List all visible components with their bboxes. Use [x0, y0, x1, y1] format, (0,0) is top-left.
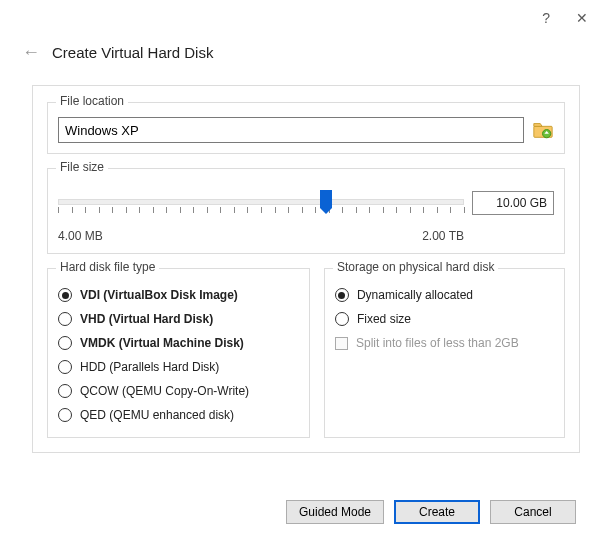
- close-icon[interactable]: ✕: [576, 10, 588, 26]
- file-location-input[interactable]: [58, 117, 524, 143]
- file-type-group: Hard disk file type VDI (VirtualBox Disk…: [47, 268, 310, 438]
- radio-icon[interactable]: [335, 288, 349, 302]
- cancel-button[interactable]: Cancel: [490, 500, 576, 524]
- radio-icon[interactable]: [58, 312, 72, 326]
- file-type-option[interactable]: VHD (Virtual Hard Disk): [58, 307, 299, 331]
- split-files-checkbox: [335, 337, 348, 350]
- dialog-footer: Guided Mode Create Cancel: [0, 500, 600, 524]
- file-type-label: VDI (VirtualBox Disk Image): [80, 288, 238, 302]
- radio-icon[interactable]: [58, 288, 72, 302]
- svg-point-1: [543, 130, 551, 138]
- wizard-header: ← Create Virtual Hard Disk: [0, 36, 600, 77]
- size-slider-track[interactable]: [58, 199, 464, 205]
- size-slider-thumb[interactable]: [320, 190, 332, 208]
- file-type-label: QED (QEMU enhanced disk): [80, 408, 234, 422]
- help-icon[interactable]: ?: [542, 10, 550, 26]
- radio-icon[interactable]: [58, 360, 72, 374]
- page-title: Create Virtual Hard Disk: [52, 44, 213, 61]
- size-min-label: 4.00 MB: [58, 229, 103, 243]
- radio-icon[interactable]: [58, 384, 72, 398]
- radio-icon[interactable]: [58, 336, 72, 350]
- storage-option[interactable]: Dynamically allocated: [335, 283, 554, 307]
- main-panel: File location File size 10.00 GB 4.00 MB…: [32, 85, 580, 453]
- guided-mode-button[interactable]: Guided Mode: [286, 500, 384, 524]
- radio-icon[interactable]: [58, 408, 72, 422]
- titlebar: ? ✕: [0, 0, 600, 36]
- file-type-label: HDD (Parallels Hard Disk): [80, 360, 219, 374]
- radio-icon[interactable]: [335, 312, 349, 326]
- file-type-label: VMDK (Virtual Machine Disk): [80, 336, 244, 350]
- file-type-legend: Hard disk file type: [56, 260, 159, 274]
- size-value-box[interactable]: 10.00 GB: [472, 191, 554, 215]
- back-arrow-icon[interactable]: ←: [12, 42, 50, 63]
- file-type-option[interactable]: VMDK (Virtual Machine Disk): [58, 331, 299, 355]
- split-files-option: Split into files of less than 2GB: [335, 331, 554, 355]
- file-size-legend: File size: [56, 160, 108, 174]
- file-type-label: QCOW (QEMU Copy-On-Write): [80, 384, 249, 398]
- file-location-legend: File location: [56, 94, 128, 108]
- browse-folder-icon[interactable]: [532, 119, 554, 141]
- size-max-label: 2.00 TB: [422, 229, 464, 243]
- storage-label: Fixed size: [357, 312, 411, 326]
- create-button[interactable]: Create: [394, 500, 480, 524]
- size-slider-ticks: [58, 207, 464, 217]
- file-type-option[interactable]: VDI (VirtualBox Disk Image): [58, 283, 299, 307]
- storage-option[interactable]: Fixed size: [335, 307, 554, 331]
- file-type-option[interactable]: HDD (Parallels Hard Disk): [58, 355, 299, 379]
- file-location-group: File location: [47, 102, 565, 154]
- file-type-label: VHD (Virtual Hard Disk): [80, 312, 213, 326]
- split-files-label: Split into files of less than 2GB: [356, 336, 519, 350]
- storage-legend: Storage on physical hard disk: [333, 260, 498, 274]
- storage-group: Storage on physical hard disk Dynamicall…: [324, 268, 565, 438]
- file-type-option[interactable]: QCOW (QEMU Copy-On-Write): [58, 379, 299, 403]
- file-size-group: File size 10.00 GB 4.00 MB 2.00 TB: [47, 168, 565, 254]
- storage-label: Dynamically allocated: [357, 288, 473, 302]
- file-type-option[interactable]: QED (QEMU enhanced disk): [58, 403, 299, 427]
